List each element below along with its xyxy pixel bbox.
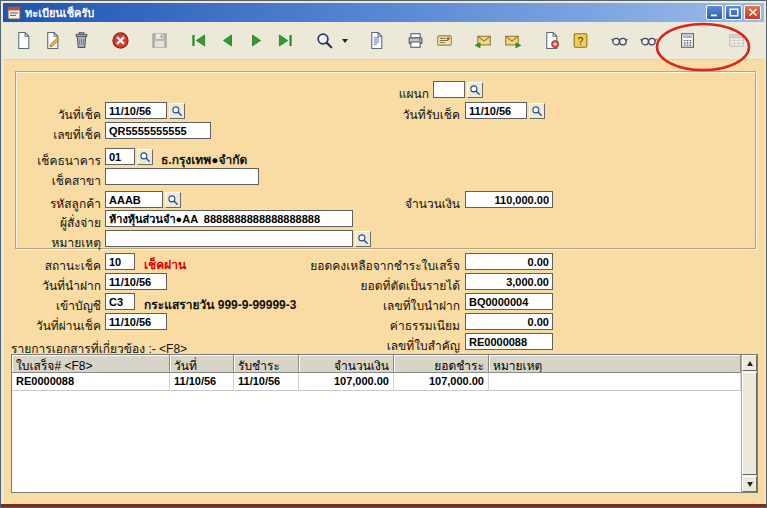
stamp-icon xyxy=(542,31,561,50)
vertical-scrollbar[interactable] xyxy=(741,355,757,492)
balance-after-receipt-input[interactable] xyxy=(465,253,553,270)
magnifier-icon xyxy=(357,233,369,245)
edit-document-button[interactable] xyxy=(39,27,66,54)
cheque-no-input[interactable] xyxy=(105,122,211,139)
income-amount-label: ยอดที่ตัดเป็นรายได้ xyxy=(241,276,460,295)
receive-date-label: วันที่รับเช็ค xyxy=(241,105,460,124)
deposit-date-label: วันที่นำฝาก xyxy=(9,276,101,295)
app-window: ทะเบียนเช็ครับ ? แผนก วันที่เช็ค วันที่ร… xyxy=(0,0,767,508)
table-cell: 11/10/56 xyxy=(234,373,299,391)
new-document-button[interactable] xyxy=(10,27,37,54)
stamp-button[interactable] xyxy=(538,27,565,54)
table-cell: 107,000.00 xyxy=(299,373,394,391)
nav-last-icon xyxy=(276,31,295,50)
nav-prev-icon xyxy=(218,31,237,50)
grid-icon xyxy=(727,31,746,50)
receive-date-lookup-button[interactable] xyxy=(529,103,545,119)
cheque-date-lookup-button[interactable] xyxy=(169,103,185,119)
receive-document-button[interactable] xyxy=(499,27,526,54)
account-input[interactable] xyxy=(105,293,135,310)
balance-after-receipt-label: ยอดคงเหลือจากชำระใบเสร็จ xyxy=(241,256,460,275)
report-button[interactable] xyxy=(363,27,390,54)
customer-code-input[interactable] xyxy=(105,191,163,208)
scrollbar-thumb[interactable] xyxy=(742,372,757,475)
scrollbar-down-button[interactable] xyxy=(742,476,757,492)
print-button[interactable] xyxy=(402,27,429,54)
badge-icon xyxy=(435,31,454,50)
scrollbar-up-button[interactable] xyxy=(742,355,757,371)
lookup-a-button[interactable] xyxy=(606,27,633,54)
fee-label: ค่าธรรมเนียม xyxy=(241,316,460,335)
table-cell xyxy=(489,373,741,391)
last-record-button[interactable] xyxy=(272,27,299,54)
app-icon xyxy=(7,6,21,20)
payer-input[interactable] xyxy=(105,210,353,227)
table-header-4[interactable]: ยอดชำระ xyxy=(394,355,489,373)
printer-icon xyxy=(406,31,425,50)
nav-next-icon xyxy=(247,31,266,50)
fee-input[interactable] xyxy=(465,313,553,330)
table-header-2[interactable]: รับชำระ xyxy=(234,355,299,373)
department-lookup-button[interactable] xyxy=(467,82,483,98)
search-dropdown-button[interactable] xyxy=(338,27,351,54)
account-label: เข้าบัญชี xyxy=(9,296,101,315)
save-button[interactable] xyxy=(146,27,173,54)
search-button[interactable] xyxy=(311,27,338,54)
related-grid-button[interactable] xyxy=(723,27,750,54)
cheque-bank-input[interactable] xyxy=(105,148,135,165)
cheque-branch-label: เช็คสาขา xyxy=(9,171,101,190)
password-button[interactable] xyxy=(431,27,458,54)
table-row[interactable]: RE000008811/10/5611/10/56107,000.00107,0… xyxy=(12,373,741,391)
customer-code-lookup-button[interactable] xyxy=(165,192,181,208)
table-header-0[interactable]: ใบเสร็จ# <F8> xyxy=(12,355,170,373)
department-input[interactable] xyxy=(433,81,465,98)
title-bar: ทะเบียนเช็ครับ xyxy=(3,3,764,22)
table-header-3[interactable]: จำนวนเงิน xyxy=(299,355,394,373)
table-cell: 11/10/56 xyxy=(170,373,234,391)
cheque-bank-lookup-button[interactable] xyxy=(137,149,153,165)
first-record-button[interactable] xyxy=(185,27,212,54)
receive-date-input[interactable] xyxy=(465,102,527,119)
next-record-button[interactable] xyxy=(243,27,270,54)
help-button[interactable]: ? xyxy=(567,27,594,54)
close-button[interactable] xyxy=(744,5,761,20)
cheque-bank-name: ธ.กรุงเทพ●จำกัด xyxy=(161,150,247,169)
calc-icon xyxy=(678,31,697,50)
lookup-b-button[interactable] xyxy=(635,27,662,54)
remark-input[interactable] xyxy=(105,230,353,247)
deposit-date-input[interactable] xyxy=(105,273,167,290)
department-label: แผนก xyxy=(331,84,429,103)
table-cell: RE0000088 xyxy=(12,373,170,391)
cheque-branch-input[interactable] xyxy=(105,168,259,185)
cheque-date-input[interactable] xyxy=(105,102,167,119)
table-header-5[interactable]: หมายเหตุ xyxy=(489,355,741,373)
table-header-1[interactable]: วันที่ xyxy=(170,355,234,373)
envelope-right-icon xyxy=(503,31,522,50)
trash-icon xyxy=(72,31,91,50)
cheque-no-label: เลขที่เช็ค xyxy=(9,125,101,144)
amount-input[interactable] xyxy=(465,191,553,208)
cancel-button[interactable] xyxy=(107,27,134,54)
form-area: แผนก วันที่เช็ค วันที่รับเช็ค เลขที่เช็ค… xyxy=(4,60,765,504)
send-document-button[interactable] xyxy=(470,27,497,54)
delete-button[interactable] xyxy=(68,27,95,54)
voucher-no-input[interactable] xyxy=(465,333,553,350)
toolbar: ? xyxy=(3,22,764,60)
cheque-clear-date-input[interactable] xyxy=(105,313,167,330)
previous-record-button[interactable] xyxy=(214,27,241,54)
minimize-button[interactable] xyxy=(706,5,723,20)
remark-lookup-button[interactable] xyxy=(355,231,371,247)
calculator-button[interactable] xyxy=(674,27,701,54)
magnifier-icon xyxy=(167,194,179,206)
magnifier-icon xyxy=(531,105,543,117)
deposit-slip-no-input[interactable] xyxy=(465,293,553,310)
maximize-button[interactable] xyxy=(725,5,742,20)
floppy-icon xyxy=(150,31,169,50)
cheque-status-input[interactable] xyxy=(105,253,135,270)
envelope-left-icon xyxy=(474,31,493,50)
income-amount-input[interactable] xyxy=(465,273,553,290)
report-icon xyxy=(367,31,386,50)
remark-label: หมายเหตุ xyxy=(9,233,101,252)
magnifier-icon xyxy=(469,84,481,96)
nav-first-icon xyxy=(189,31,208,50)
